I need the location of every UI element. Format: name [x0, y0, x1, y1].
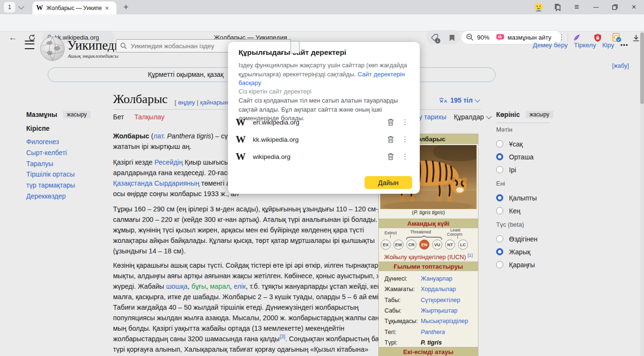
article-link[interactable]: марал	[210, 283, 230, 290]
register-link[interactable]: Тіркелу	[574, 42, 596, 49]
sitenotice-close-link[interactable]: [жабу]	[612, 63, 629, 69]
site-more-icon[interactable]: ⋮	[398, 135, 412, 144]
tab-list-chevron-icon[interactable]	[19, 4, 23, 9]
taxonomy-value[interactable]: Жануарлар	[421, 275, 452, 282]
taxonomy-row: Дүниесі:Жануарлар	[384, 273, 475, 284]
toc-item[interactable]: Тіршілік ортасы	[26, 170, 107, 181]
window-minimize-button[interactable]	[588, 0, 604, 14]
read-aloud-icon[interactable]: 66	[496, 34, 504, 41]
delete-site-icon[interactable]	[384, 153, 398, 160]
appearance-option[interactable]: Ұсақ	[496, 137, 553, 150]
article-text: аралдарында ғана кездеседі. 20-ғасырд	[113, 169, 240, 177]
tab-groups-icon[interactable]	[550, 0, 566, 14]
tab-page[interactable]: Бет	[113, 113, 124, 121]
window-restore-button[interactable]	[607, 0, 623, 14]
article-link[interactable]: [3]	[280, 334, 285, 339]
taxonomy-value[interactable]: Panthera	[421, 329, 445, 335]
article-link[interactable]: бұғы	[191, 283, 206, 290]
status-link[interactable]: Жойылу қаупіндегілер	[384, 254, 446, 261]
appearance-hide-button[interactable]: жасыру	[526, 111, 553, 118]
bookmark-icon[interactable]	[447, 33, 457, 42]
toc-item[interactable]: Филогенез	[26, 138, 107, 149]
extension-shield-icon[interactable]	[592, 33, 603, 42]
site-domain: en.wikipedia.org	[253, 119, 384, 126]
appearance-option[interactable]: Жарық	[496, 245, 553, 258]
taxonomy-value[interactable]: Мысықтәрізділер	[421, 318, 468, 325]
profile-avatar[interactable]	[530, 0, 547, 14]
search-button-fragment[interactable]	[291, 41, 300, 53]
pill-more-icon[interactable]: ⋮	[558, 33, 565, 42]
radio-unchecked[interactable]	[496, 235, 503, 242]
window-close-button[interactable]: ×	[626, 0, 642, 14]
wikipedia-globe-logo[interactable]	[40, 36, 65, 63]
article-link[interactable]: Сырдарияның	[155, 179, 199, 187]
wiki-menu-icon[interactable]	[25, 41, 34, 49]
article-text: Тұрқы 160 – 290 см (ең ірілері 3 м-ден а…	[113, 205, 392, 213]
toc-item[interactable]: түр тармақтары	[26, 181, 107, 192]
header-more-icon[interactable]: •••	[620, 42, 628, 49]
svg-text:66: 66	[498, 35, 502, 39]
tools-menu[interactable]: Құралдар	[454, 113, 491, 121]
toc-hide-button[interactable]: жасыру	[63, 111, 91, 118]
login-link[interactable]: Кіру	[602, 42, 614, 49]
taxonomy-value[interactable]: Сүтқоректілер	[421, 297, 460, 304]
taxonomy-value[interactable]: Хордалылар	[421, 286, 456, 293]
browser-tab[interactable]: W Жолбарыс — Уикипед ×	[32, 1, 116, 14]
site-more-icon[interactable]: ⋮	[398, 152, 412, 161]
article-text: ,	[206, 283, 210, 290]
radio-unchecked[interactable]	[496, 166, 503, 173]
taxonomy-row: Тегі:Panthera	[384, 326, 475, 337]
tab-close-icon[interactable]: ×	[105, 5, 109, 11]
article-link[interactable]: Ресейдің	[155, 158, 183, 166]
status-suffix[interactable]: (IUCN)	[447, 254, 466, 261]
appearance-option[interactable]: Қараңғы	[496, 258, 553, 271]
appearance-section-label: Мәтін	[496, 126, 553, 135]
new-tab-button[interactable]: +	[120, 1, 132, 13]
appearance-option[interactable]: Қалыпты	[496, 191, 553, 204]
done-button[interactable]: Дайын	[364, 176, 412, 189]
tab-counter[interactable]: 1	[4, 2, 15, 12]
taxonomy-value[interactable]: Жыртқыштар	[421, 307, 457, 314]
tab-talk[interactable]: Талқылау	[135, 113, 165, 121]
zoom-level[interactable]: 90%	[477, 34, 489, 41]
site-more-icon[interactable]: ⋮	[398, 118, 412, 126]
article-link[interactable]: шошқа	[166, 283, 187, 290]
view-history-link[interactable]: у тарихы	[419, 113, 447, 121]
toc-item[interactable]: Сырт-келбеті	[26, 149, 107, 160]
appearance-option-label: Орташа	[509, 153, 533, 161]
radio-unchecked[interactable]	[496, 207, 503, 214]
back-icon[interactable]: ←	[8, 33, 18, 42]
toc-item[interactable]: Дереккөздер	[26, 192, 107, 203]
extension-feather-icon[interactable]	[571, 33, 582, 42]
radio-unchecked[interactable]	[496, 261, 503, 268]
wiki-header-links: Демеу беру Тіркелу Кіру •••	[533, 42, 628, 49]
read-aloud-label[interactable]: мазмұнын айту	[508, 34, 551, 41]
tab-title: Жолбарыс — Уикипед	[46, 5, 102, 11]
status-ref-link[interactable]: [1]	[467, 252, 473, 258]
appearance-option[interactable]: Кең	[496, 204, 553, 217]
edit-link[interactable]: өңдеу	[178, 99, 195, 106]
radio-checked[interactable]	[496, 194, 503, 201]
article-link[interactable]: лат.	[153, 132, 165, 140]
browser-menu-icon[interactable]: ≡	[569, 0, 585, 14]
delete-site-icon[interactable]	[384, 118, 398, 126]
radio-checked[interactable]	[496, 153, 503, 160]
article-text: Panthera tigris	[167, 132, 211, 140]
taxonomy-row: Түрі:P. tigris	[384, 337, 475, 348]
article-link[interactable]: елік	[234, 283, 246, 290]
radio-checked[interactable]	[496, 248, 503, 255]
extension-translator-icon[interactable]	[612, 33, 622, 42]
article-link[interactable]: Қазақстанда	[113, 179, 153, 187]
radio-unchecked[interactable]	[496, 140, 503, 147]
donate-link[interactable]: Демеу беру	[533, 42, 568, 49]
appearance-option[interactable]: Өздігінен	[496, 232, 553, 245]
toc-item[interactable]: Кіріспе	[26, 125, 107, 138]
appearance-option[interactable]: Ірі	[496, 163, 553, 176]
scrollbar-thumb[interactable]	[640, 32, 644, 104]
downloads-icon[interactable]	[631, 33, 641, 42]
language-selector[interactable]: A 195 тіл	[439, 96, 479, 104]
zoom-out-magnifier-icon[interactable]	[466, 33, 474, 41]
delete-site-icon[interactable]	[384, 136, 398, 143]
appearance-option[interactable]: Орташа	[496, 150, 553, 163]
toc-item[interactable]: Таралуы	[26, 160, 107, 171]
